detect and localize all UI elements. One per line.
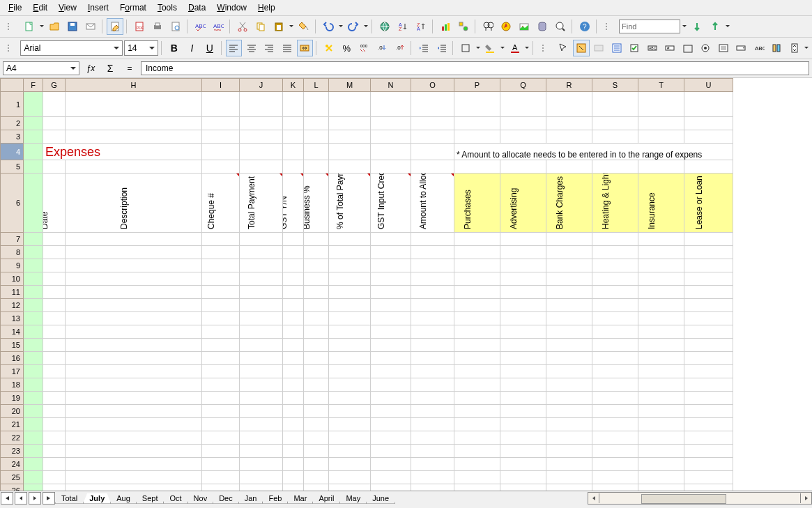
bgcolor-icon[interactable] bbox=[482, 40, 498, 56]
col-header-P[interactable]: P bbox=[454, 79, 500, 92]
col-header-T[interactable]: T bbox=[638, 79, 684, 92]
sheet-tab[interactable]: Feb bbox=[262, 493, 288, 504]
menu-format[interactable]: Format bbox=[114, 1, 152, 14]
number-format-icon[interactable]: 000 bbox=[356, 40, 372, 56]
scroll-right-icon[interactable] bbox=[800, 493, 811, 503]
menu-file[interactable]: File bbox=[3, 1, 27, 14]
merge-cells-icon[interactable] bbox=[297, 40, 313, 56]
sheet-tab[interactable]: Nov bbox=[187, 493, 214, 504]
email-icon[interactable] bbox=[82, 18, 99, 35]
paste-dropdown[interactable] bbox=[289, 19, 294, 34]
row-header[interactable]: 17 bbox=[1, 365, 24, 378]
row-header[interactable]: 22 bbox=[1, 431, 24, 445]
toolbar-overflow[interactable] bbox=[725, 19, 730, 34]
new-doc-dropdown[interactable] bbox=[39, 19, 45, 34]
col-header-K[interactable]: K bbox=[283, 79, 304, 92]
row-header[interactable]: 15 bbox=[1, 339, 24, 352]
spellcheck-icon[interactable]: ABC bbox=[192, 18, 208, 35]
borders-icon[interactable] bbox=[457, 40, 473, 56]
row-header[interactable]: 9 bbox=[1, 259, 24, 272]
fontcolor-dropdown[interactable] bbox=[524, 40, 530, 56]
borders-dropdown[interactable] bbox=[475, 40, 481, 56]
row-header[interactable]: 7 bbox=[1, 233, 24, 246]
undo-dropdown[interactable] bbox=[338, 19, 344, 34]
row-header-1[interactable]: 1 bbox=[1, 92, 24, 117]
listbox-icon[interactable] bbox=[715, 40, 731, 56]
row-header[interactable]: 12 bbox=[1, 299, 24, 312]
col-header-N[interactable]: N bbox=[371, 79, 411, 92]
row-header[interactable]: 25 bbox=[1, 471, 24, 484]
align-justify-icon[interactable] bbox=[279, 40, 295, 56]
sort-asc-icon[interactable]: AZ bbox=[394, 18, 411, 35]
row-header[interactable]: 13 bbox=[1, 312, 24, 325]
sort-desc-icon[interactable]: ZA bbox=[413, 18, 429, 35]
col-header-I[interactable]: I bbox=[202, 79, 240, 92]
spin-button-icon[interactable] bbox=[786, 40, 802, 56]
bgcolor-dropdown[interactable] bbox=[500, 40, 505, 56]
remove-decimal-icon[interactable]: .0 bbox=[392, 40, 408, 56]
edit-mode-icon[interactable] bbox=[107, 18, 123, 35]
menu-data[interactable]: Data bbox=[183, 1, 211, 14]
menu-help[interactable]: Help bbox=[252, 1, 281, 14]
sheet-tab[interactable]: Jan bbox=[238, 493, 263, 504]
textbox-icon[interactable]: ABC bbox=[644, 40, 660, 56]
scroll-track[interactable] bbox=[599, 493, 800, 503]
col-header-Q[interactable]: Q bbox=[500, 79, 546, 92]
col-header-L[interactable]: L bbox=[304, 79, 329, 92]
italic-button[interactable]: I bbox=[184, 40, 200, 56]
align-center-icon[interactable] bbox=[243, 40, 259, 56]
format-overflow[interactable] bbox=[804, 40, 809, 56]
row-header[interactable]: 18 bbox=[1, 378, 24, 392]
col-header-U[interactable]: U bbox=[684, 79, 733, 92]
find-icon[interactable] bbox=[480, 18, 496, 35]
find-dropdown[interactable] bbox=[682, 19, 687, 34]
row-header[interactable]: 20 bbox=[1, 405, 24, 418]
row-header[interactable]: 19 bbox=[1, 392, 24, 405]
open-icon[interactable] bbox=[46, 18, 63, 35]
find-next-icon[interactable] bbox=[689, 18, 705, 35]
sheet-tab[interactable]: May bbox=[339, 493, 367, 504]
help-icon[interactable]: ? bbox=[576, 18, 593, 35]
navigator-icon[interactable] bbox=[498, 18, 514, 35]
menu-edit[interactable]: Edit bbox=[27, 1, 53, 14]
percent-icon[interactable]: % bbox=[338, 40, 354, 56]
row-header[interactable]: 24 bbox=[1, 458, 24, 471]
row-header[interactable]: 8 bbox=[1, 246, 24, 259]
zoom-icon[interactable] bbox=[552, 18, 569, 35]
preview-icon[interactable] bbox=[167, 18, 184, 35]
form-control-icon[interactable] bbox=[591, 40, 607, 56]
sheet-tab[interactable]: April bbox=[312, 493, 340, 504]
pdf-icon[interactable]: PDF bbox=[131, 18, 148, 35]
scroll-thumb[interactable] bbox=[641, 494, 726, 504]
save-icon[interactable] bbox=[64, 18, 81, 35]
datasource-icon[interactable] bbox=[534, 18, 551, 35]
row-header-3[interactable]: 3 bbox=[1, 130, 24, 144]
row-header-4[interactable]: 4 bbox=[1, 144, 24, 160]
row-header[interactable]: 16 bbox=[1, 352, 24, 365]
fontcolor-icon[interactable]: A bbox=[507, 40, 523, 56]
equals-icon[interactable]: = bbox=[121, 60, 138, 77]
find-input[interactable]: Find bbox=[619, 20, 680, 33]
label-icon[interactable]: ABC bbox=[751, 40, 767, 56]
row-header[interactable]: 26 bbox=[1, 484, 24, 491]
checkbox-icon[interactable] bbox=[627, 40, 643, 56]
select-icon[interactable] bbox=[556, 40, 572, 56]
chart-icon[interactable] bbox=[437, 18, 454, 35]
corner-cell[interactable] bbox=[1, 79, 24, 92]
combobox-icon[interactable] bbox=[733, 40, 749, 56]
row-header[interactable]: 14 bbox=[1, 325, 24, 339]
align-left-icon[interactable] bbox=[226, 40, 242, 56]
col-header-M[interactable]: M bbox=[329, 79, 371, 92]
formula-input[interactable]: Income bbox=[141, 61, 809, 75]
new-doc-icon[interactable] bbox=[21, 18, 38, 35]
format-paint-icon[interactable] bbox=[296, 18, 312, 35]
horizontal-scrollbar[interactable] bbox=[588, 492, 812, 505]
row-header[interactable]: 21 bbox=[1, 418, 24, 431]
row-header[interactable]: 11 bbox=[1, 286, 24, 299]
sheet-tab[interactable]: Mar bbox=[287, 493, 313, 504]
more-controls-icon[interactable] bbox=[768, 40, 784, 56]
show-draw-icon[interactable] bbox=[455, 18, 472, 35]
name-box[interactable]: A4 bbox=[3, 61, 79, 75]
decrease-indent-icon[interactable] bbox=[415, 40, 431, 56]
col-header-S[interactable]: S bbox=[592, 79, 638, 92]
